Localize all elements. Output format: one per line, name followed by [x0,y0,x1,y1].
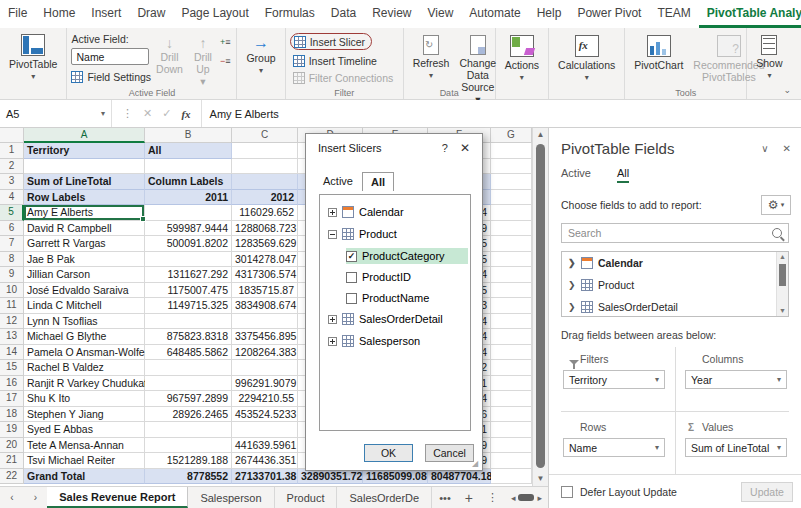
field-list-item-salesorderdetail[interactable]: ❯SalesOrderDetail [562,296,788,317]
ribbon-tab-view[interactable]: View [420,0,462,28]
cell-2011-10[interactable]: 1175007.475 [145,283,232,299]
row-header-4[interactable]: 4 [0,190,24,206]
defer-layout-update-checkbox[interactable] [561,486,573,498]
row-header-5[interactable]: 5 [0,205,24,221]
field-settings-button[interactable]: Field Settings [71,68,151,85]
cell[interactable] [491,252,532,268]
cell-name-11[interactable]: Linda C Mitchell [24,298,145,314]
scroll-down-icon[interactable]: ▼ [777,306,788,316]
scrollbar-thumb[interactable] [536,144,545,468]
cell-2011-18[interactable]: 28926.2465 [145,407,232,423]
group-button[interactable]: → Group ▾ [241,31,280,78]
collapse-icon[interactable] [328,230,337,239]
cell-2012-19[interactable] [232,422,298,438]
cell-2012-14[interactable]: 1208264.383 [232,345,298,361]
scroll-right-icon[interactable]: ▸ [537,493,542,503]
columns-field-year[interactable]: Year▾ [685,370,787,389]
dialog-tab-all[interactable]: All [362,172,394,191]
cell-2011-20[interactable] [145,438,232,454]
cell[interactable] [145,159,232,175]
scroll-left-icon[interactable]: ◂ [511,493,516,503]
expand-icon[interactable] [328,315,337,324]
cell-2012-11[interactable]: 3834908.674 [232,298,298,314]
field-list-item-calendar[interactable]: ❯Calendar [562,252,788,274]
ribbon-tab-review[interactable]: Review [364,0,419,28]
actions-button[interactable]: Actions ▾ [500,31,544,85]
scrollbar-thumb[interactable] [518,494,534,501]
cell[interactable] [491,314,532,330]
scroll-down-icon[interactable]: ▼ [533,472,548,486]
cell[interactable] [232,159,298,175]
cell[interactable] [491,345,532,361]
active-field-input[interactable] [71,48,149,65]
cell[interactable] [491,360,532,376]
row-header-19[interactable]: 19 [0,422,24,438]
sheet-tab-sales-revenue-report[interactable]: Sales Revenue Report [47,487,188,508]
cell[interactable] [491,205,532,221]
checkbox-productname[interactable] [346,293,357,304]
cell-2012-6[interactable]: 1288068.723 [232,221,298,237]
collapse-ribbon-icon[interactable]: ⌄ [783,85,791,95]
rows-field-name[interactable]: Name▾ [563,438,665,457]
cell-2011-5[interactable] [145,205,232,221]
cell-2012-12[interactable] [232,314,298,330]
row-header-11[interactable]: 11 [0,298,24,314]
vertical-scrollbar[interactable]: ▲ ▼ [532,128,548,486]
cell-2012-7[interactable]: 1283569.629 [232,236,298,252]
cell[interactable] [491,159,532,175]
insert-slicer-button[interactable]: Insert Slicer [290,33,372,50]
search-input[interactable]: Search [561,223,789,243]
cell-name-18[interactable]: Stephen Y Jiang [24,407,145,423]
row-header-14[interactable]: 14 [0,345,24,361]
cell-2011-12[interactable] [145,314,232,330]
cell-name-17[interactable]: Shu K Ito [24,391,145,407]
cell-2012-9[interactable]: 4317306.574 [232,267,298,283]
row-header-16[interactable]: 16 [0,376,24,392]
insert-timeline-button[interactable]: Insert Timeline [290,52,380,69]
row-header-10[interactable]: 10 [0,283,24,299]
ribbon-tab-formulas[interactable]: Formulas [257,0,323,28]
cell[interactable] [491,190,532,206]
scroll-up-icon[interactable]: ▲ [533,128,548,142]
scrollbar-thumb[interactable] [779,264,786,286]
cell-name-20[interactable]: Tete A Mensa-Annan [24,438,145,454]
cell[interactable] [24,159,145,175]
ribbon-tab-automate[interactable]: Automate [461,0,528,28]
tree-item-productname[interactable]: ProductName [346,290,468,306]
cell-2012-17[interactable]: 2294210.55 [232,391,298,407]
dialog-tab-active[interactable]: Active [314,171,362,190]
field-list-scrollbar[interactable]: ▲ ▼ [776,252,788,316]
cell-territory-label[interactable]: Territory [24,143,145,159]
cell[interactable] [491,407,532,423]
cancel-button[interactable]: Cancel [425,444,474,462]
values-field-sum-of-linetotal[interactable]: Sum of LineTotal▾ [685,438,787,457]
cell-name-5[interactable]: Amy E Alberts [24,205,145,221]
tree-item-productid[interactable]: ProductID [346,269,468,285]
cell-2011-21[interactable]: 1521289.188 [145,453,232,469]
cell-2011-19[interactable] [145,422,232,438]
expand-icon[interactable] [328,337,337,346]
next-sheet-icon[interactable]: › [24,487,48,508]
cell-name-14[interactable]: Pamela O Ansman-Wolfe [24,345,145,361]
cell-2012-15[interactable] [232,360,298,376]
ok-button[interactable]: OK [364,444,413,462]
row-header-20[interactable]: 20 [0,438,24,454]
cell-grand-total-0[interactable]: 8778552 [145,469,232,485]
sheet-tab-salesorderde[interactable]: SalesOrderDe [337,487,432,508]
cell[interactable] [232,143,298,159]
pivotchart-button[interactable]: PivotChart [629,31,688,74]
cell-pivot-title[interactable]: Sum of LineTotal [24,174,145,190]
ribbon-tab-data[interactable]: Data [323,0,364,28]
help-button[interactable]: ? [434,142,456,154]
expand-icon[interactable] [328,208,337,217]
ribbon-tab-draw[interactable]: Draw [129,0,173,28]
cell-name-6[interactable]: David R Campbell [24,221,145,237]
pane-tab-active[interactable]: Active [561,167,591,183]
pivottable-button[interactable]: PivotTable ▾ [4,31,62,84]
cell[interactable] [491,143,532,159]
row-header-7[interactable]: 7 [0,236,24,252]
ribbon-tab-page-layout[interactable]: Page Layout [173,0,256,28]
tab-overflow-icon[interactable]: ••• [432,487,458,508]
cell-2012-10[interactable]: 1835715.87 [232,283,298,299]
column-header-B[interactable]: B [145,128,232,143]
